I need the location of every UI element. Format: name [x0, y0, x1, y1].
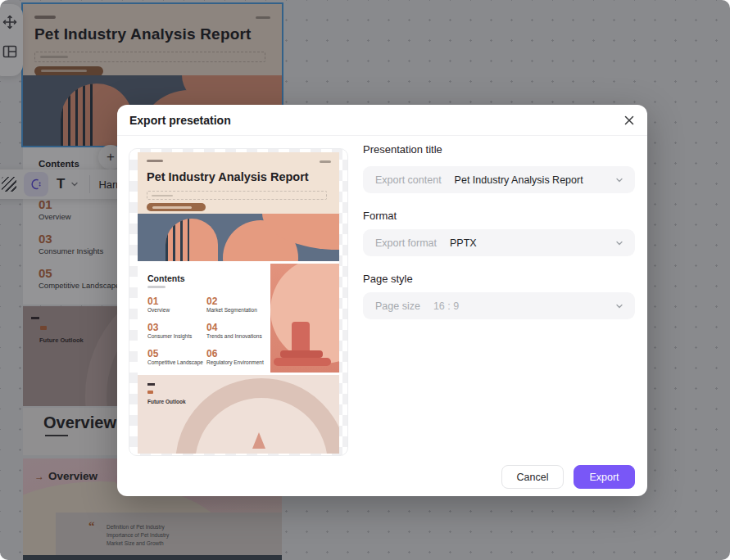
preview-cover-art	[138, 214, 339, 261]
close-icon[interactable]	[622, 113, 637, 128]
export-preview-panel: Pet Industry Analysis Report Contents 01…	[129, 148, 348, 456]
page-size-dropdown[interactable]: Page size 16 : 9	[363, 292, 635, 319]
preview-future-slide: Future Outlook	[138, 375, 339, 454]
export-button[interactable]: Export	[574, 465, 635, 489]
field-section-label: Format	[363, 210, 397, 222]
cancel-button[interactable]: Cancel	[501, 465, 564, 489]
modal-footer: Cancel Export	[501, 465, 635, 489]
chevron-down-icon	[614, 238, 624, 248]
chevron-down-icon	[614, 175, 624, 185]
preview-contents-image	[270, 264, 339, 373]
modal-header: Export presetation	[117, 105, 647, 136]
modal-title: Export presetation	[129, 114, 231, 127]
preview-cover-title: Pet Industry Analysis Report	[147, 170, 309, 183]
export-modal: Export presetation Pet Industry Analysis…	[117, 105, 647, 496]
field-section-label: Page style	[363, 273, 413, 285]
app-root: Pet Industry Analysis Report Contents 01…	[0, 0, 730, 560]
export-content-dropdown[interactable]: Export content Pet Industry Analysis Rep…	[363, 166, 635, 193]
export-format-dropdown[interactable]: Export format PPTX	[363, 229, 635, 256]
chevron-down-icon	[614, 301, 624, 311]
field-section-label: Presentation title	[363, 143, 442, 156]
preview-contents-heading: Contents	[147, 273, 185, 283]
preview-slide-stack: Pet Industry Analysis Report Contents 01…	[138, 152, 339, 454]
preview-future-label: Future Outlook	[147, 399, 186, 404]
preview-cover-slide: Pet Industry Analysis Report	[138, 152, 339, 261]
preview-contents-slide: Contents 01Overview 02Market Segmentatio…	[138, 264, 339, 373]
